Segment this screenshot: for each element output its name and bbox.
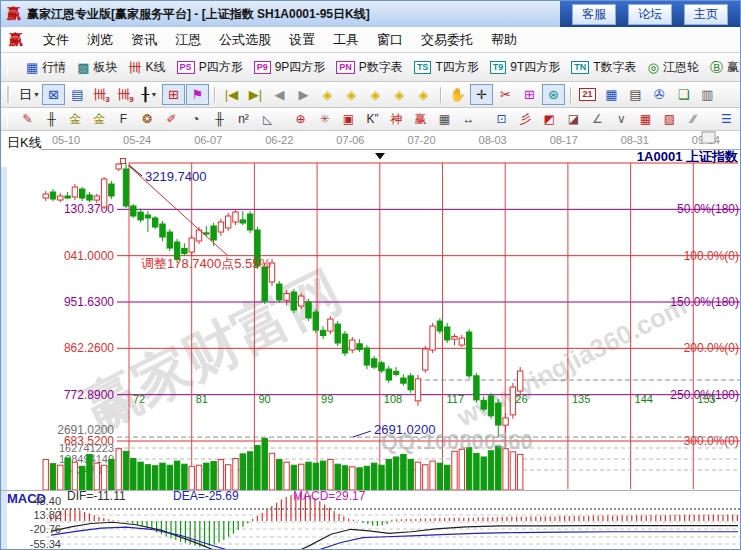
dual-screen-button[interactable]: ❏ (672, 84, 695, 105)
red-grid-button[interactable]: ▦ (634, 110, 657, 129)
fan-corner-button[interactable]: ◪ (562, 110, 585, 129)
k-quote-button[interactable]: K” (361, 110, 384, 129)
spiral-button[interactable]: ❂ (136, 110, 159, 129)
region-calc-button[interactable]: ⊛ (542, 84, 565, 105)
flag-chart-button[interactable]: ⚑ (186, 84, 209, 105)
candle (167, 232, 172, 248)
diamond-shrink-button[interactable]: ◈ (388, 84, 411, 105)
p9-square-button[interactable]: P99P四方形 (254, 59, 326, 76)
pan-hand-button[interactable]: ✋ (446, 84, 469, 105)
diamond-right-button[interactable]: ◈ (340, 84, 363, 105)
menu-item-window[interactable]: 窗口 (377, 31, 403, 49)
save-button[interactable]: ✇ (648, 84, 671, 105)
shen-tool-button[interactable]: 神 (385, 110, 408, 129)
blue-frame-button[interactable]: ⊡ (490, 110, 513, 129)
square-target-button[interactable]: ▣ (337, 110, 360, 129)
kline-compress-9-button[interactable]: 卌9 (114, 84, 137, 105)
gann-number-label: 108 (384, 393, 402, 405)
market-quotes-button[interactable]: ▦行情 (26, 59, 66, 76)
menu-item-browse[interactable]: 浏览 (87, 31, 113, 49)
kline-button[interactable]: 卌K线 (129, 59, 166, 76)
spiral-icon: ❂ (142, 112, 152, 126)
trend-angle-icon: ∠ (592, 112, 603, 126)
correction-annotation-label: 调整178.7400点5.55% (141, 256, 272, 271)
v-shape-button[interactable]: ∨ (610, 110, 633, 129)
diamond-locate-button[interactable]: ◈ (412, 84, 435, 105)
zoom-area-button[interactable]: ⊠ (42, 84, 65, 105)
magenta-table-button[interactable]: ⊞ (518, 84, 541, 105)
p-square-button[interactable]: PSP四方形 (177, 59, 243, 76)
kline-compress-3-button[interactable]: 卌3 (90, 84, 113, 105)
ying-tool-button[interactable]: 赢 (409, 110, 432, 129)
customer-service-button[interactable]: 客服 (572, 4, 616, 25)
period-daily-button[interactable]: 日▼ (18, 84, 41, 105)
prev-bar-button[interactable]: ◀ (268, 84, 291, 105)
trend-angle-button[interactable]: ∠ (586, 110, 609, 129)
time-circle-button[interactable]: ◔ (184, 110, 207, 129)
menu-item-gann[interactable]: 江恩 (175, 31, 201, 49)
crosshair-button[interactable]: ✛ (470, 84, 493, 105)
menu-item-help[interactable]: 帮助 (491, 31, 517, 49)
first-bar-button[interactable]: |◀ (220, 84, 243, 105)
mini-scrollbar[interactable] (702, 132, 715, 143)
dea-line (51, 527, 738, 550)
grid-diag-button[interactable]: ▨ (658, 110, 681, 129)
candle (423, 349, 428, 370)
sectors-button[interactable]: ▩板块 (77, 59, 117, 76)
diamond-left-button[interactable]: ◈ (316, 84, 339, 105)
menu-item-news[interactable]: 资讯 (131, 31, 157, 49)
volume-bar (437, 463, 442, 490)
candle-style-button[interactable]: ╂▼ (138, 84, 161, 105)
letter-box-icon: P9 (254, 61, 271, 74)
parallel-lines-button[interactable]: ∕∕ (682, 110, 705, 129)
calculator-button[interactable]: ▦ (600, 84, 623, 105)
gann-fan-button[interactable]: 彡 (514, 110, 537, 129)
gann-wheel-button[interactable]: ◎江恩轮 (648, 59, 699, 76)
volume-bar (386, 460, 391, 490)
next-bar-button[interactable]: ▶ (292, 84, 315, 105)
info-f10-button[interactable]: ▤ (66, 84, 89, 105)
menu-item-file[interactable]: 文件 (43, 31, 69, 49)
fan-box-button[interactable]: ◩ (538, 110, 561, 129)
winner-wheel-button[interactable]: Ⓑ赢家轮 (710, 59, 741, 76)
menu-item-settings[interactable]: 设置 (289, 31, 315, 49)
magenta-table-icon: ⊞ (524, 87, 535, 102)
forum-button[interactable]: 论坛 (628, 4, 672, 25)
stats-table-button[interactable]: ☰ (715, 110, 738, 129)
comb-grid-button[interactable]: ╫ (40, 110, 63, 129)
volume-bar (408, 460, 413, 490)
p-number-table-button[interactable]: PNP数字表 (336, 59, 403, 76)
h-span-button[interactable]: ↔ (457, 110, 480, 129)
n-squared-button[interactable]: n² (232, 110, 255, 129)
print-button[interactable]: ▥ (696, 84, 719, 105)
high-annotation-pointer (129, 165, 142, 176)
t9-square-button[interactable]: T99T四方形 (490, 59, 561, 76)
t-number-table-button[interactable]: TNT数字表 (571, 59, 636, 76)
angle-tool-button[interactable]: ◺ (256, 110, 279, 129)
last-bar-button[interactable]: ▶| (244, 84, 267, 105)
notes-button[interactable]: ▤ (624, 84, 647, 105)
pen-tool-button[interactable]: ✎ (16, 110, 39, 129)
menu-item-trade-entrust[interactable]: 交易委托 (421, 31, 473, 49)
home-button[interactable]: 主页 (684, 4, 728, 25)
target-cross-button[interactable]: ⊕ (289, 110, 312, 129)
letter-box-icon: PN (336, 61, 355, 74)
diamond-expand-button[interactable]: ◈ (364, 84, 387, 105)
gann-box-button[interactable]: ⊞ (162, 84, 185, 105)
golden-ratio-v-button[interactable]: 金 (64, 110, 87, 129)
calendar-button[interactable]: 21 (576, 84, 599, 105)
fibonacci-button[interactable]: F (112, 110, 135, 129)
menu-item-tools[interactable]: 工具 (333, 31, 359, 49)
grid-ruler-icon: ▦ (439, 112, 450, 126)
comb-grid-2-button[interactable]: ╫ (208, 110, 231, 129)
grid-ruler-button[interactable]: ▦ (433, 110, 456, 129)
pen-ruler-button[interactable]: ✐ (160, 110, 183, 129)
erase-tool-button[interactable]: ✂ (494, 84, 517, 105)
candle (488, 396, 493, 416)
t-square-button[interactable]: TST四方形 (414, 59, 479, 76)
volume-bar (196, 465, 201, 490)
menu-item-formula-stock-pick[interactable]: 公式选股 (219, 31, 271, 49)
starburst-button[interactable]: ✳ (313, 110, 336, 129)
golden-ratio-h-button[interactable]: 金 (88, 110, 111, 129)
volume-bar (226, 465, 231, 490)
